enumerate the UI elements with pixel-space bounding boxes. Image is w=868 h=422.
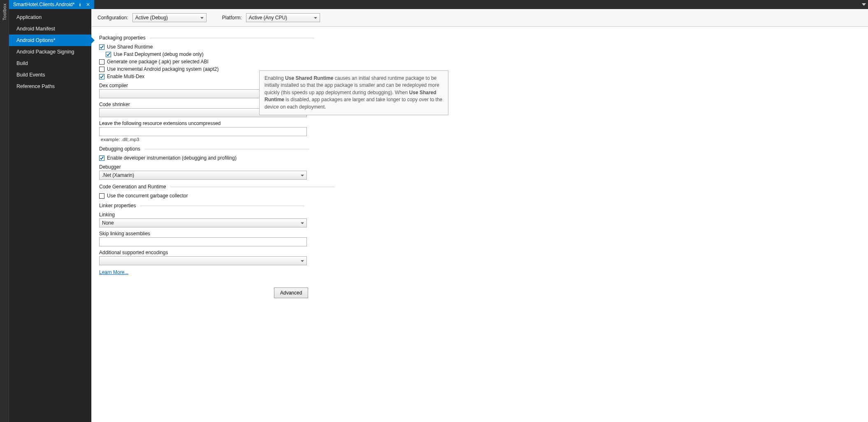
skip-linking-input[interactable] (99, 237, 307, 246)
incremental-packaging-label: Use incremental Android packaging system… (107, 66, 218, 72)
project-settings-sidebar: Application Android Manifest Android Opt… (9, 9, 91, 422)
uncompressed-ext-input[interactable] (99, 127, 307, 136)
concurrent-gc-label: Use the concurrent garbage collector (107, 193, 188, 199)
developer-instrumentation-label: Enable developer instrumentation (debugg… (107, 155, 237, 161)
debugger-label: Debugger (99, 164, 861, 170)
configuration-dropdown[interactable]: Active (Debug) (132, 13, 207, 22)
toolbox-label: Toolbox (2, 3, 7, 20)
developer-instrumentation-checkbox[interactable] (99, 155, 104, 161)
code-shrinker-label: Code shrinker (99, 102, 861, 107)
debugger-dropdown[interactable]: .Net (Xamarin) (99, 171, 307, 180)
tab-title: SmartHotel.Clients.Android* (13, 2, 74, 7)
enable-multidex-checkbox[interactable] (99, 74, 104, 79)
use-fast-deployment-label: Use Fast Deployment (debug mode only) (114, 51, 204, 57)
document-tabstrip: SmartHotel.Clients.Android* (9, 0, 868, 9)
enable-multidex-label: Enable Multi-Dex (107, 74, 144, 79)
advanced-button[interactable]: Advanced (274, 288, 308, 298)
use-shared-runtime-checkbox[interactable] (99, 44, 104, 50)
concurrent-gc-checkbox[interactable] (99, 193, 104, 199)
toolbox-panel[interactable]: Toolbox (0, 0, 9, 422)
additional-encodings-label: Additional supported encodings (99, 250, 861, 255)
section-packaging: Packaging properties (99, 35, 861, 41)
configuration-label: Configuration: (97, 15, 128, 21)
incremental-packaging-checkbox[interactable] (99, 67, 104, 72)
platform-label: Platform: (222, 15, 242, 21)
sidebar-item-android-manifest[interactable]: Android Manifest (9, 23, 91, 35)
generate-one-package-checkbox[interactable] (99, 59, 104, 65)
sidebar-item-reference-paths[interactable]: Reference Paths (9, 81, 91, 92)
close-icon[interactable] (85, 2, 91, 7)
section-debugging: Debugging options (99, 146, 861, 152)
uncompressed-ext-hint: example: .dll;.mp3 (101, 137, 861, 142)
generate-one-package-label: Generate one package (.apk) per selected… (107, 59, 209, 65)
use-fast-deployment-checkbox[interactable] (106, 52, 111, 57)
tab-overflow-button[interactable] (860, 0, 868, 9)
shared-runtime-tooltip: Enabling Use Shared Runtime causes an in… (259, 70, 448, 115)
sidebar-item-application[interactable]: Application (9, 12, 91, 23)
config-platform-bar: Configuration: Active (Debug) Platform: … (92, 9, 868, 27)
additional-encodings-dropdown[interactable] (99, 256, 307, 265)
use-shared-runtime-label: Use Shared Runtime (107, 44, 153, 50)
sidebar-item-build-events[interactable]: Build Events (9, 69, 91, 81)
section-linker: Linker properties (99, 203, 861, 209)
skip-linking-label: Skip linking assemblies (99, 231, 861, 237)
sidebar-item-android-options[interactable]: Android Options* (9, 35, 91, 46)
platform-dropdown[interactable]: Active (Any CPU) (246, 13, 320, 22)
section-codegen: Code Generation and Runtime (99, 184, 861, 190)
document-tab-active[interactable]: SmartHotel.Clients.Android* (9, 0, 94, 9)
sidebar-item-android-package-signing[interactable]: Android Package Signing (9, 46, 91, 58)
learn-more-link[interactable]: Learn More... (99, 269, 128, 275)
uncompressed-ext-label: Leave the following resource extensions … (99, 121, 861, 126)
pin-icon[interactable] (77, 2, 83, 7)
linking-label: Linking (99, 212, 861, 218)
dex-compiler-label: Dex compiler (99, 83, 861, 88)
linking-dropdown[interactable]: None (99, 218, 307, 227)
sidebar-item-build[interactable]: Build (9, 58, 91, 69)
